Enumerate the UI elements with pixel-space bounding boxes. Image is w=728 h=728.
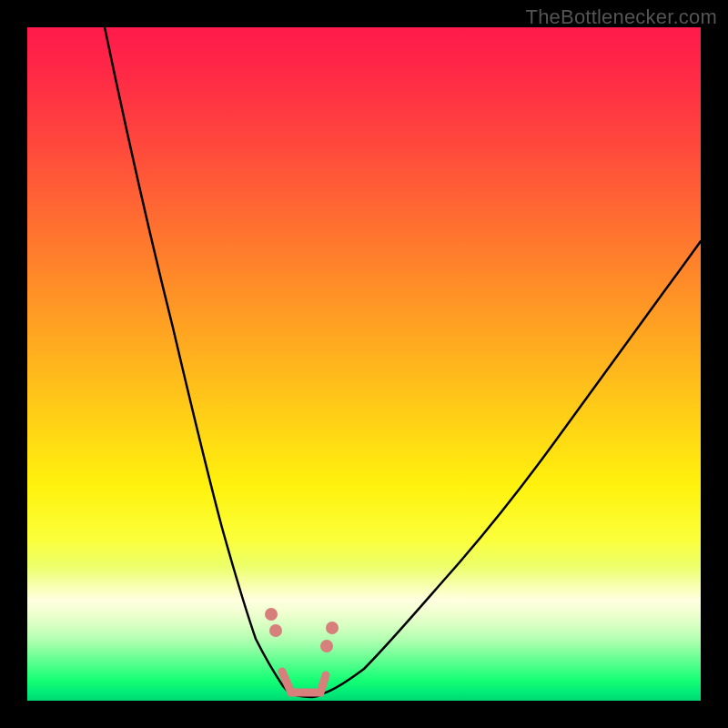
chart-frame: TheBottlenecker.com xyxy=(0,0,728,728)
marker-dot xyxy=(320,640,333,652)
marker-dot xyxy=(326,622,339,634)
marker-dot xyxy=(269,624,282,637)
watermark-label: TheBottlenecker.com xyxy=(526,5,717,29)
marker-dot xyxy=(265,608,278,621)
left-curve xyxy=(105,27,290,693)
right-curve xyxy=(323,241,701,693)
plot-area xyxy=(27,27,701,701)
curve-layer xyxy=(27,27,701,701)
marker-valley-segment xyxy=(282,672,326,693)
